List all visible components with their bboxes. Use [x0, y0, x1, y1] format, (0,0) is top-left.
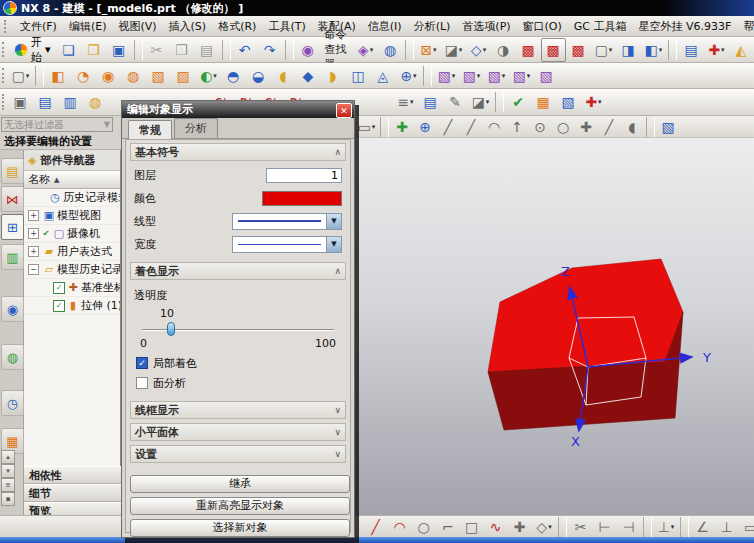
separator[interactable]	[405, 40, 414, 60]
render-style-icon[interactable]: ◑	[491, 38, 516, 62]
spotlight-icon[interactable]: ◭	[729, 38, 754, 62]
angle-dim-icon[interactable]: ∠	[691, 516, 715, 537]
clipboard-grid-icon[interactable]: ▧	[556, 90, 581, 114]
palette-grid-icon[interactable]: ▦	[531, 90, 556, 114]
separator[interactable]	[646, 117, 655, 137]
mold-tool-icon-1[interactable]: ▧▾	[434, 64, 459, 88]
extrude-icon[interactable]: ◧	[46, 64, 71, 88]
rehighlight-button[interactable]: 重新高亮显示对象	[130, 497, 350, 515]
panel-scroll-down-icon[interactable]: ▾	[1, 464, 15, 478]
circle-icon[interactable]: ○	[412, 516, 436, 537]
separator[interactable]	[380, 117, 389, 137]
tree-expander-icon[interactable]: +	[28, 246, 39, 257]
arc-icon[interactable]: ◠	[388, 516, 412, 537]
snap-circle-icon[interactable]: ○	[552, 116, 575, 137]
cut-icon[interactable]: ✂	[145, 38, 170, 62]
snap-vertex-icon[interactable]: ↑	[506, 116, 529, 137]
separator[interactable]	[558, 517, 567, 537]
info-window-icon[interactable]: ◍	[378, 38, 403, 62]
fit-view-icon[interactable]: ⊠▾	[416, 38, 441, 62]
reuse-library-icon[interactable]: ▥94	[1, 244, 24, 270]
layer-category-icon[interactable]: ▥	[58, 90, 83, 114]
menu-item[interactable]: 首选项(P)	[456, 17, 516, 36]
wireframe-cube-icon[interactable]: ▩	[566, 38, 591, 62]
menu-item[interactable]: 帮助(H)	[737, 17, 754, 36]
tab-general[interactable]: 常规	[128, 120, 172, 139]
section-shaded-display[interactable]: 着色显示 ∧	[130, 262, 346, 280]
chamfer-icon[interactable]: ◆	[296, 64, 321, 88]
face-analysis-checkbox[interactable]	[136, 377, 148, 389]
tree-item[interactable]: − 模型历史记录	[24, 261, 120, 279]
tree-item[interactable]: + 摄像机	[24, 225, 120, 243]
menu-item[interactable]: 窗口(O)	[517, 17, 568, 36]
make-corner-icon[interactable]: ⊣	[617, 516, 641, 537]
panel-dock-icon[interactable]: ≡	[1, 478, 15, 492]
transparency-slider[interactable]	[142, 322, 334, 336]
shell-icon[interactable]: ◗	[321, 64, 346, 88]
chevron-down-icon[interactable]: ▼	[326, 237, 341, 252]
datum-plane-icon[interactable]: ◐▾	[196, 64, 221, 88]
open-file-icon[interactable]: ❐	[82, 38, 107, 62]
select-new-object-button[interactable]: 选择新对象	[130, 519, 350, 537]
web-browser-icon[interactable]: ◍194	[1, 344, 24, 370]
history-icon[interactable]: ◷240	[1, 390, 24, 416]
pad-icon[interactable]: ▨	[171, 64, 196, 88]
part-navigator-icon[interactable]: ⊞64	[1, 214, 24, 240]
new-file-icon[interactable]: ❏	[57, 38, 82, 62]
color-swatch[interactable]	[262, 191, 342, 206]
tree-item[interactable]: 拉伸 (1)	[24, 297, 120, 315]
snap-endpoint-icon[interactable]: ╱	[460, 116, 483, 137]
section-facet-body[interactable]: 小平面体 ∨	[130, 423, 346, 441]
quick-trim-icon[interactable]: ✂	[569, 516, 593, 537]
clip-section-icon[interactable]: ◨	[616, 38, 641, 62]
erase-icon[interactable]: ◪▾	[468, 90, 493, 114]
start-button[interactable]: 开始 ▾	[8, 38, 57, 62]
hd3d-tools-icon[interactable]: ◉146	[1, 296, 24, 322]
csys-display-icon[interactable]: ✚▾	[704, 38, 729, 62]
undo-icon[interactable]: ↶	[233, 38, 258, 62]
constraint-navigator-icon[interactable]: ⋈36	[1, 186, 24, 212]
menu-item[interactable]: 视图(V)	[112, 17, 162, 36]
tree-item[interactable]: 基准坐标	[24, 279, 120, 297]
paste-icon[interactable]: ▤	[195, 38, 220, 62]
separator[interactable]	[423, 66, 432, 86]
tree-expander-icon[interactable]: +	[28, 210, 39, 221]
tree-check-icon[interactable]	[41, 229, 51, 239]
layer-input[interactable]	[266, 168, 342, 183]
menu-item[interactable]: 文件(F)	[14, 17, 63, 36]
tab-analysis[interactable]: 分析	[174, 118, 218, 138]
layer-settings-icon[interactable]: ▤	[679, 38, 704, 62]
offset-curve-icon[interactable]: ◇▾	[532, 516, 556, 537]
snap-center-icon[interactable]: ⊙	[529, 116, 552, 137]
titlebar[interactable]: NX 8 - 建模 - [_model6.prt （修改的） ]	[0, 0, 754, 16]
line-icon[interactable]: ╱	[364, 516, 388, 537]
snap-workplane-icon[interactable]: ⊕	[414, 116, 437, 137]
snap-line-icon[interactable]: ╱	[437, 116, 460, 137]
menu-item[interactable]: 编辑(E)	[63, 17, 113, 36]
dim-box-icon[interactable]: ▭	[739, 516, 754, 537]
section-wireframe-display[interactable]: 线框显示 ∨	[130, 401, 346, 419]
blend-icon[interactable]: ◖	[271, 64, 296, 88]
panel-scroll-up-icon[interactable]: ▴	[1, 450, 15, 464]
name-column-header[interactable]: 名称 ▲	[24, 170, 120, 189]
rectangle-icon[interactable]: □	[460, 516, 484, 537]
snap-all-icon[interactable]: ✚	[391, 116, 414, 137]
view-list-icon[interactable]: ≡▾	[393, 90, 418, 114]
close-icon[interactable]: ✕	[336, 103, 352, 118]
menu-item[interactable]: 信息(I)	[362, 17, 408, 36]
tree-item[interactable]: + 模型视图	[24, 207, 120, 225]
tree-expander-icon[interactable]	[42, 301, 51, 310]
subtract-icon[interactable]: ◒	[246, 64, 271, 88]
csys-axes-icon[interactable]: ✚▾	[581, 90, 606, 114]
part-list-icon[interactable]: ▤	[418, 90, 443, 114]
hole-icon[interactable]: ◉	[96, 64, 121, 88]
tree-expander-icon[interactable]: −	[28, 264, 39, 275]
panel-pin-icon[interactable]: ▪	[1, 492, 15, 506]
linetype-dropdown[interactable]: ▼	[232, 213, 342, 230]
new-window-icon[interactable]: ◧▾	[641, 38, 666, 62]
sketch-icon[interactable]: ▢▾	[8, 64, 33, 88]
separator[interactable]	[35, 66, 44, 86]
rect-select-icon[interactable]: ▭▾	[355, 116, 378, 137]
menu-item[interactable]: GC 工具箱	[568, 17, 633, 36]
tree-check-icon[interactable]	[53, 300, 65, 312]
